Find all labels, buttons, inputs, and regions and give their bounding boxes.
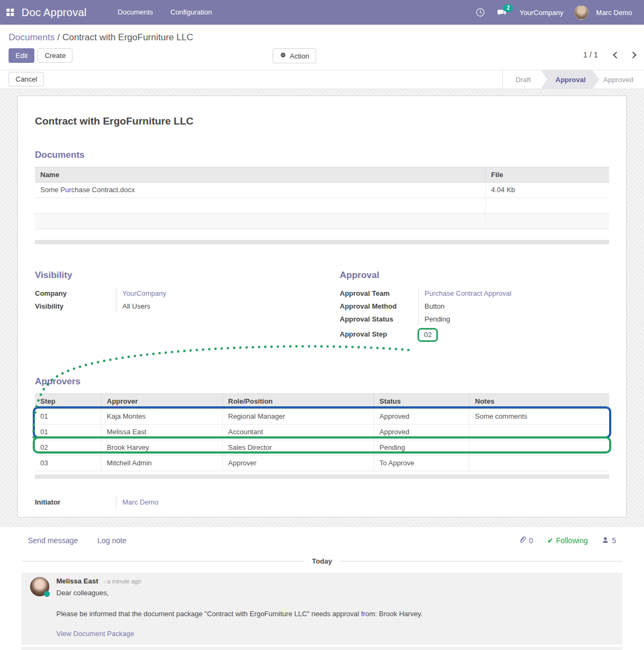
chatter-message: Melissa East - a minute ago Dear colleag… xyxy=(21,573,623,645)
check-icon: ✔ xyxy=(547,536,553,545)
chatter: Send message Log note 0 ✔ Following 5 xyxy=(0,527,644,650)
date-separator-label: Today xyxy=(304,557,339,565)
top-navbar: Doc Approval Documents Configuration 2 Y… xyxy=(0,0,644,25)
approval-status-value: Pending xyxy=(418,313,609,326)
approver-step: 01 xyxy=(35,409,101,424)
record-title: Contract with ErgoFurniture LLC xyxy=(35,115,609,127)
form-sheet: Contract with ErgoFurniture LLC Document… xyxy=(17,96,627,517)
documents-section-heading: Documents xyxy=(35,150,609,160)
app-title[interactable]: Doc Approval xyxy=(21,6,86,19)
apps-menu-icon[interactable] xyxy=(6,9,14,16)
form-statusbar: Cancel Draft Approval Approved xyxy=(0,70,644,89)
stage-approval[interactable]: Approval xyxy=(541,70,599,89)
messages-icon[interactable]: 2 xyxy=(493,3,511,21)
approver-notes xyxy=(470,456,609,471)
view-document-package-link[interactable]: View Document Package xyxy=(56,630,134,638)
form-view-background: Contract with ErgoFurniture LLC Document… xyxy=(0,89,644,527)
control-panel: Documents / Contract with ErgoFurniture … xyxy=(0,25,644,70)
followers-count: 5 xyxy=(612,536,616,545)
document-row-empty xyxy=(35,214,609,229)
send-message-button[interactable]: Send message xyxy=(28,536,78,545)
following-button[interactable]: ✔ Following xyxy=(547,536,588,545)
approvers-section-heading: Approvers xyxy=(35,376,609,387)
pager: 1 / 1 xyxy=(583,50,635,59)
breadcrumb: Documents / Contract with ErgoFurniture … xyxy=(0,25,644,43)
document-name[interactable]: Some Purchase Contract.docx xyxy=(35,182,486,198)
approver-name: Kaja Montes xyxy=(101,409,223,424)
attachments-button[interactable]: 0 xyxy=(518,536,533,545)
document-row-empty xyxy=(35,198,609,214)
approver-role: Approver xyxy=(223,456,374,471)
documents-table-scrollbar[interactable] xyxy=(35,240,609,244)
breadcrumb-documents[interactable]: Documents xyxy=(9,32,55,42)
approver-step: 02 xyxy=(35,440,101,455)
edit-button[interactable]: Edit xyxy=(9,48,34,63)
activities-clock-icon[interactable] xyxy=(471,3,489,21)
followers-icon xyxy=(602,536,609,545)
pager-previous-icon[interactable] xyxy=(613,52,620,59)
breadcrumb-current: Contract with ErgoFurniture LLC xyxy=(62,32,193,42)
company-label: Company xyxy=(35,287,116,300)
approval-step-value-highlighted: 02 xyxy=(418,328,438,342)
approver-row[interactable]: 02 Brook Harvey Sales Director Pending xyxy=(35,440,609,456)
approvers-col-status[interactable]: Status xyxy=(374,394,470,408)
approval-method-label: Approval Method xyxy=(340,300,418,313)
pager-next-icon[interactable] xyxy=(630,52,636,59)
action-button[interactable]: Action xyxy=(273,48,316,63)
approvers-col-approver[interactable]: Approver xyxy=(101,394,223,408)
message-author-avatar[interactable] xyxy=(30,577,49,596)
approver-status: Pending xyxy=(374,440,470,455)
approvers-table-scrollbar[interactable] xyxy=(35,474,609,479)
approvers-col-step[interactable]: Step xyxy=(35,394,101,408)
documents-col-file[interactable]: File xyxy=(486,167,609,182)
paperclip-icon xyxy=(518,536,526,545)
pager-count: 1 / 1 xyxy=(583,50,598,59)
user-avatar[interactable] xyxy=(574,5,589,20)
approval-team-value[interactable]: Purchase Contract Approval xyxy=(418,287,609,300)
chatter-message: Marc Demo - 9 minutes ago xyxy=(21,647,623,650)
message-text: Please be informed that the document pac… xyxy=(56,610,614,618)
visibility-heading: Visibility xyxy=(35,270,322,281)
approver-role: Sales Director xyxy=(223,440,374,455)
approver-status: Approved xyxy=(374,425,470,440)
menu-documents[interactable]: Documents xyxy=(110,0,160,25)
approver-name: Melissa East xyxy=(101,425,223,440)
following-label: Following xyxy=(556,536,588,545)
stage-draft[interactable]: Draft xyxy=(505,70,541,89)
date-separator: Today xyxy=(21,557,623,565)
messages-count-badge: 2 xyxy=(503,4,513,12)
action-button-label: Action xyxy=(290,52,309,60)
create-button[interactable]: Create xyxy=(38,48,72,63)
log-note-button[interactable]: Log note xyxy=(97,536,127,545)
stage-statusbar: Draft Approval Approved xyxy=(502,70,644,89)
approver-row[interactable]: 03 Mitchell Admin Approver To Approve xyxy=(35,456,609,471)
approver-notes xyxy=(470,440,609,455)
approver-notes: Some comments xyxy=(470,409,609,424)
approver-role: Accountant xyxy=(223,425,374,440)
initiator-group: Initiator Marc Demo xyxy=(35,496,322,509)
cancel-button[interactable]: Cancel xyxy=(9,72,44,86)
approver-role: Regional Manager xyxy=(223,409,374,424)
initiator-value[interactable]: Marc Demo xyxy=(116,496,322,509)
initiator-label: Initiator xyxy=(35,496,116,509)
user-menu[interactable]: Marc Demo xyxy=(596,9,632,17)
approval-heading: Approval xyxy=(340,270,609,281)
company-switcher[interactable]: YourCompany xyxy=(519,9,564,17)
approver-row[interactable]: 01 Melissa East Accountant Approved xyxy=(35,425,609,440)
breadcrumb-separator: / xyxy=(57,32,62,42)
approvers-col-role[interactable]: Role/Position xyxy=(223,394,374,408)
approver-name: Brook Harvey xyxy=(101,440,223,455)
message-author[interactable]: Melissa East xyxy=(56,577,98,585)
company-value[interactable]: YourCompany xyxy=(116,287,322,300)
documents-col-name[interactable]: Name xyxy=(35,167,486,182)
visibility-label: Visibility xyxy=(35,300,116,313)
approvers-col-notes[interactable]: Notes xyxy=(470,394,609,408)
menu-configuration[interactable]: Configuration xyxy=(163,0,219,25)
stage-approved[interactable]: Approved xyxy=(592,70,644,89)
followers-button[interactable]: 5 xyxy=(602,536,616,545)
online-status-dot xyxy=(44,591,50,597)
document-row[interactable]: Some Purchase Contract.docx 4.04 Kb xyxy=(35,182,609,198)
approver-row[interactable]: 01 Kaja Montes Regional Manager Approved… xyxy=(35,409,609,425)
approval-group: Approval Approval Team Purchase Contract… xyxy=(322,270,609,342)
approver-status: To Approve xyxy=(374,456,470,471)
